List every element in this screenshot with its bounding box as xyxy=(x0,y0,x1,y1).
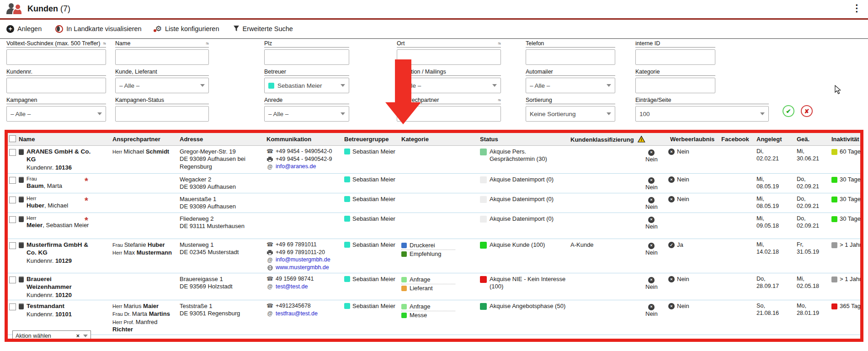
werbeerlaubnis-cell: ×Nein xyxy=(645,239,668,257)
mail-value[interactable]: test@test.de xyxy=(276,283,308,291)
check-circle-icon: ✓ xyxy=(668,242,675,248)
filter-kampagnen-status-input[interactable] xyxy=(115,106,209,122)
filter-automailer-select[interactable]: – Alle – xyxy=(526,78,615,93)
table-row: Musterfirma GmbH & Co. KGKundennr. 10129… xyxy=(8,239,860,273)
inaktivitaet-cell: 30 Tage xyxy=(831,193,860,204)
werbeerlaubnis-cell: ×Nein xyxy=(645,300,668,319)
filter-ort-label: Ort≈ xyxy=(397,39,501,48)
filter-kampagnen-select[interactable]: – Alle – xyxy=(6,106,106,122)
phone-value: 49 1569 98741 xyxy=(276,276,314,283)
customer-name: Brauerei Weizenhammer xyxy=(27,276,72,290)
filter-kundennr-input[interactable] xyxy=(6,78,106,93)
title-bar: Kunden (7) ⋮ xyxy=(0,0,868,18)
filter-volltext-suchindex-max-500-treffer-input[interactable] xyxy=(6,49,106,65)
geaendert-cell: Mi,02.05.18 xyxy=(797,273,831,291)
toolbar-erweiterte-suche[interactable]: Erweiterte Suche xyxy=(233,25,293,33)
filter-anrede-select[interactable]: – Alle – xyxy=(264,106,349,122)
werbeerlaubnis-cell: ×Nein xyxy=(645,174,668,192)
filter-plz: Plz xyxy=(264,39,349,65)
filter-sortierung-select[interactable]: Keine Sortierung xyxy=(526,106,615,122)
werbeerlaubnis-cell: ×Nein xyxy=(645,213,668,231)
toolbar-liste-konfigurieren[interactable]: ⚙Liste konfigurieren xyxy=(155,25,219,32)
inaktivitaet-color-swatch xyxy=(831,303,837,309)
status-color-swatch xyxy=(480,176,487,183)
communication-cell xyxy=(266,213,344,216)
toolbar-anlegen[interactable]: +Anlegen xyxy=(6,25,42,33)
filter-kategorie-input[interactable] xyxy=(635,78,715,93)
column-header-adresse: Adresse xyxy=(180,136,266,143)
row-checkbox[interactable] xyxy=(9,303,16,310)
status-cell: Akquise NIE - Kein Interesse (100) xyxy=(480,273,570,292)
customer-name: ARANES GmbH & Co. KG xyxy=(27,148,91,163)
inaktivitaet-color-swatch xyxy=(831,197,837,202)
column-header-betreuergruppe: Betreuergruppe xyxy=(344,136,401,143)
column-header-inaktivität: Inaktivität xyxy=(831,136,860,143)
apply-filter-icon[interactable]: ✔ xyxy=(783,105,794,117)
contacts-cell: Frau Stefanie HuberHerr Max Mustermann xyxy=(112,239,180,258)
organization-icon xyxy=(19,149,24,155)
filter-telefon-input[interactable] xyxy=(526,49,615,65)
address-cell: Brauereigasse 1DE 93569 Holzstadt xyxy=(180,273,266,292)
angelegt-cell: Do,28.09.17 xyxy=(756,273,797,291)
chevron-down-icon xyxy=(760,112,765,115)
betreuergruppe-cell: Sebastian Meier xyxy=(344,300,401,311)
filter-ort-input[interactable] xyxy=(397,49,501,65)
name-cell: ARANES GmbH & Co. KGKundennr. 10136 xyxy=(19,146,112,172)
phone-icon: ☎ xyxy=(266,276,273,282)
kebab-menu-icon[interactable]: ⋮ xyxy=(852,3,862,14)
action-select[interactable]: Aktion wählen × xyxy=(12,330,91,341)
no-circle-icon: × xyxy=(668,276,675,282)
row-checkbox[interactable] xyxy=(9,242,16,249)
betreuer-color-swatch xyxy=(344,196,350,202)
organization-icon xyxy=(19,277,24,282)
row-checkbox[interactable] xyxy=(9,216,16,223)
row-checkbox[interactable] xyxy=(9,277,16,283)
status-label: Akquise Datenimport (0) xyxy=(490,196,554,202)
row-checkbox[interactable] xyxy=(9,149,16,156)
filter-name-input[interactable] xyxy=(115,49,209,65)
row-checkbox[interactable] xyxy=(9,177,16,184)
filter-kundennr: Kundennr. xyxy=(6,68,106,93)
filter-kategorie-label: Kategorie xyxy=(635,68,715,76)
facebook-cell: ×Nein xyxy=(668,300,756,311)
clear-icon[interactable]: × xyxy=(76,333,80,339)
user-color-swatch xyxy=(268,83,274,89)
betreuergruppe-cell: Sebastian Meier xyxy=(344,174,401,184)
inaktivitaet-cell: 60 Tage xyxy=(831,146,860,156)
filter-selektion-mailings-select[interactable]: – Alle – xyxy=(397,78,501,93)
filter-einträge-seite-select[interactable]: 100 xyxy=(635,106,769,122)
filter-betreuer-select[interactable]: Sebastian Meier xyxy=(264,78,349,93)
filter-kategorie: Kategorie xyxy=(635,68,715,93)
row-select-cell xyxy=(8,174,19,186)
toolbar-erweiterte-suche-label: Erweiterte Suche xyxy=(243,25,293,32)
facebook-cell: ×Nein xyxy=(668,174,756,184)
filter-divider xyxy=(0,38,868,39)
phone-value: +49 69 7891011 xyxy=(276,241,317,249)
organization-icon xyxy=(19,303,24,309)
reset-filter-icon[interactable]: ✘ xyxy=(801,105,813,117)
betreuergruppe-cell: Sebastian Meier xyxy=(344,273,401,284)
status-color-swatch xyxy=(480,216,487,223)
betreuer-color-swatch xyxy=(344,242,350,248)
filter-actions: ✔ ✘ xyxy=(783,105,813,117)
filter-plz-input[interactable] xyxy=(264,49,349,65)
toolbar-in-landkarte-visualisieren[interactable]: In Landkarte visualisieren xyxy=(55,25,141,33)
filter-interne-id-input[interactable] xyxy=(635,49,715,65)
web-value[interactable]: www.mustergmbh.de xyxy=(276,264,329,271)
mail-value[interactable]: info@aranes.de xyxy=(276,163,316,170)
mail-value[interactable]: testfrau@test.de xyxy=(276,310,318,318)
phone-icon: ☎ xyxy=(266,148,273,155)
klassifizierung-cell: A-Kunde xyxy=(570,239,645,250)
filter-kampagnen-label: Kampagnen xyxy=(6,96,106,104)
approx-match-icon: ≈ xyxy=(498,40,501,47)
organization-icon xyxy=(19,177,24,183)
select-all-checkbox[interactable] xyxy=(9,135,16,142)
contacts-cell xyxy=(112,273,180,277)
filter-kunde-lieferant-select[interactable]: – Alle – xyxy=(115,78,209,93)
mail-value[interactable]: info@mustergmbh.de xyxy=(276,256,330,264)
name-cell: HerrHuber, Michael* xyxy=(19,193,112,211)
row-checkbox[interactable] xyxy=(9,197,16,203)
filter-anrede: Anrede– Alle – xyxy=(264,96,349,122)
betreuer-color-swatch xyxy=(344,176,350,182)
status-label: Akquise Datenimport (0) xyxy=(490,176,554,183)
